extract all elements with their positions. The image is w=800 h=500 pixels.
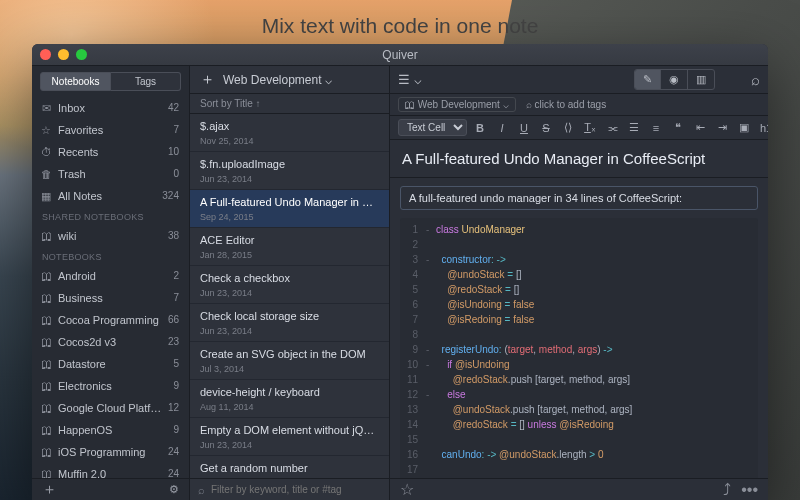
note-item-title: A Full-featured Undo Manager in Coffee… <box>200 196 379 208</box>
note-item-title: $.ajax <box>200 120 379 132</box>
preview-mode-button[interactable]: ◉ <box>660 70 687 89</box>
sidebar-item-label: HappenOS <box>58 422 167 438</box>
ul-button[interactable]: ☰ <box>625 119 643 136</box>
note-item-title: $.fn.uploadImage <box>200 158 379 170</box>
cell-type-select[interactable]: Text Cell <box>398 119 467 136</box>
sidebar-item[interactable]: 🕮Cocos2d v323 <box>32 331 189 353</box>
note-list-item[interactable]: Get a random numberJun 23, 2014 <box>190 456 389 478</box>
notebook-icon: 🕮 <box>40 268 52 284</box>
sidebar-item-label: Electronics <box>58 378 167 394</box>
notebook-icon: 🕮 <box>40 378 52 394</box>
note-item-date: Jun 23, 2014 <box>200 326 379 336</box>
notebook-icon: ⏱ <box>40 144 52 160</box>
image-button[interactable]: ▣ <box>735 119 753 136</box>
settings-icon[interactable]: ⚙ <box>169 483 179 496</box>
notebook-icon: 🕮 <box>40 422 52 438</box>
notebook-icon: ☆ <box>40 122 52 138</box>
share-button[interactable]: ⤴ <box>723 481 731 499</box>
sidebar-item[interactable]: 🕮Google Cloud Platform12 <box>32 397 189 419</box>
sidebar-item-label: Favorites <box>58 122 167 138</box>
note-list-item[interactable]: $.ajaxNov 25, 2014 <box>190 114 389 152</box>
note-item-date: Nov 25, 2014 <box>200 136 379 146</box>
tags-hint[interactable]: ⌕ click to add tags <box>526 99 607 110</box>
sidebar-section-header: NOTEBOOKS <box>32 247 189 265</box>
text-cell[interactable]: A full-featured undo manager in 34 lines… <box>400 186 758 210</box>
tab-notebooks[interactable]: Notebooks <box>40 72 111 91</box>
notebook-crumb[interactable]: 🕮 Web Development ⌵ <box>398 97 516 112</box>
note-list-item[interactable]: device-height / keyboardAug 11, 2014 <box>190 380 389 418</box>
minimize-icon[interactable] <box>58 49 69 60</box>
tab-tags[interactable]: Tags <box>111 72 181 91</box>
link-button[interactable]: ⫘ <box>603 120 621 136</box>
note-title[interactable]: A Full-featured Undo Manager in CoffeeSc… <box>390 140 768 178</box>
app-window: Quiver Notebooks Tags ✉Inbox42☆Favorites… <box>32 44 768 500</box>
sidebar-item[interactable]: 🕮Muffin 2.024 <box>32 463 189 478</box>
sidebar-item[interactable]: 🕮Android2 <box>32 265 189 287</box>
clear-format-button[interactable]: Tₓ <box>581 119 599 136</box>
sidebar-item[interactable]: 🕮Cocoa Programming66 <box>32 309 189 331</box>
sidebar-item[interactable]: ✉Inbox42 <box>32 97 189 119</box>
sidebar-item-count: 7 <box>173 290 179 306</box>
sidebar-item[interactable]: ⏱Recents10 <box>32 141 189 163</box>
outdent-button[interactable]: ⇤ <box>691 119 709 136</box>
note-list-item[interactable]: $.fn.uploadImageJun 23, 2014 <box>190 152 389 190</box>
note-list-item[interactable]: Empty a DOM element without jQueryJun 23… <box>190 418 389 456</box>
sort-button[interactable]: Sort by Title ↑ <box>190 94 389 114</box>
filter-input[interactable] <box>211 484 381 495</box>
sidebar-item-count: 24 <box>168 444 179 460</box>
tagline: Mix text with code in one note <box>0 14 800 38</box>
notebook-title-dropdown[interactable]: Web Development ⌵ <box>223 73 332 87</box>
menu-button[interactable]: ☰ ⌵ <box>398 72 422 87</box>
note-item-title: Empty a DOM element without jQuery <box>200 424 379 436</box>
sidebar-item-label: All Notes <box>58 188 156 204</box>
sidebar-item[interactable]: 🕮wiki38 <box>32 225 189 247</box>
ol-button[interactable]: ≡ <box>647 120 665 136</box>
sidebar-item[interactable]: 🕮Datastore5 <box>32 353 189 375</box>
sidebar-item-label: Muffin 2.0 <box>58 466 162 478</box>
favorite-button[interactable]: ☆ <box>400 480 414 499</box>
underline-button[interactable]: U <box>515 120 533 136</box>
note-item-date: Jun 23, 2014 <box>200 288 379 298</box>
note-list-item[interactable]: Check local storage sizeJun 23, 2014 <box>190 304 389 342</box>
sidebar-item-count: 324 <box>162 188 179 204</box>
titlebar[interactable]: Quiver <box>32 44 768 66</box>
window-title: Quiver <box>32 48 768 62</box>
sidebar-item-count: 10 <box>168 144 179 160</box>
sidebar-item[interactable]: 🕮iOS Programming24 <box>32 441 189 463</box>
sidebar-item[interactable]: 🕮Business7 <box>32 287 189 309</box>
sidebar-item[interactable]: ☆Favorites7 <box>32 119 189 141</box>
sidebar-item-count: 23 <box>168 334 179 350</box>
notebook-icon: ✉ <box>40 100 52 116</box>
note-item-title: Get a random number <box>200 462 379 474</box>
sidebar-item[interactable]: 🕮HappenOS9 <box>32 419 189 441</box>
sidebar-item[interactable]: 🕮Electronics9 <box>32 375 189 397</box>
h1-button[interactable]: h1 <box>757 120 768 136</box>
close-icon[interactable] <box>40 49 51 60</box>
code-button[interactable]: ⟨⟩ <box>559 119 577 136</box>
editor-pane: ☰ ⌵ ✎ ◉ ▥ ⌕ 🕮 Web Development ⌵ ⌕ click … <box>390 66 768 500</box>
sidebar-item-count: 5 <box>173 356 179 372</box>
note-list-item[interactable]: ACE EditorJan 28, 2015 <box>190 228 389 266</box>
split-mode-button[interactable]: ▥ <box>687 70 714 89</box>
sidebar-item[interactable]: ▦All Notes324 <box>32 185 189 207</box>
note-list-item[interactable]: Create an SVG object in the DOMJul 3, 20… <box>190 342 389 380</box>
code-cell[interactable]: 1-class UndoManager23- constructor: ->4 … <box>400 218 758 478</box>
bold-button[interactable]: B <box>471 120 489 136</box>
sidebar-item-label: Business <box>58 290 167 306</box>
sidebar-item-label: Inbox <box>58 100 162 116</box>
add-notebook-button[interactable]: ＋ <box>42 480 57 499</box>
search-icon[interactable]: ⌕ <box>751 71 760 88</box>
quote-button[interactable]: ❝ <box>669 119 687 136</box>
note-item-date: Sep 24, 2015 <box>200 212 379 222</box>
italic-button[interactable]: I <box>493 120 511 136</box>
note-list-item[interactable]: A Full-featured Undo Manager in Coffee…S… <box>190 190 389 228</box>
edit-mode-button[interactable]: ✎ <box>635 70 660 89</box>
zoom-icon[interactable] <box>76 49 87 60</box>
add-note-button[interactable]: ＋ <box>200 70 215 89</box>
notebook-icon: 🕮 <box>40 228 52 244</box>
more-icon[interactable]: ••• <box>741 481 758 499</box>
sidebar-item[interactable]: 🗑Trash0 <box>32 163 189 185</box>
note-list-item[interactable]: Check a checkboxJun 23, 2014 <box>190 266 389 304</box>
indent-button[interactable]: ⇥ <box>713 119 731 136</box>
strike-button[interactable]: S <box>537 120 555 136</box>
